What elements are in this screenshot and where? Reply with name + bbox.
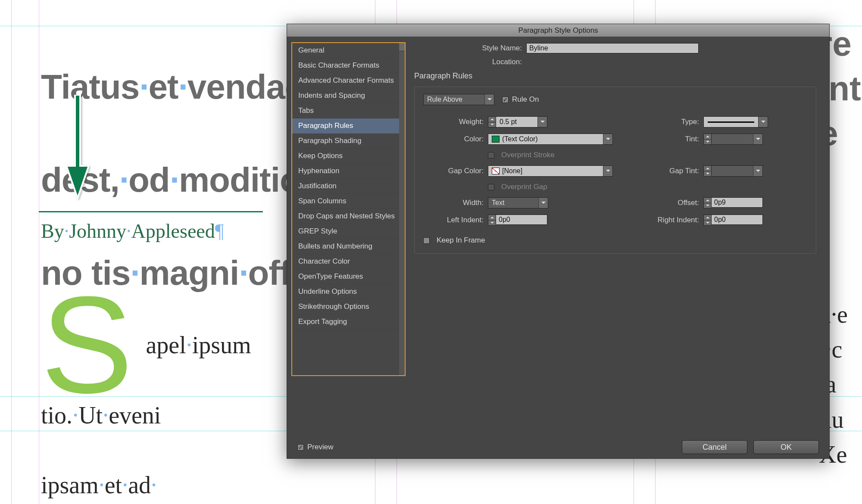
ok-button[interactable]: OK bbox=[753, 440, 819, 454]
gap-color-select[interactable]: [None] bbox=[488, 165, 613, 177]
left-indent-label: Left Indent: bbox=[423, 216, 488, 224]
line-type-swatch bbox=[704, 117, 758, 127]
rule-on-checkbox[interactable]: Rule On bbox=[502, 95, 539, 104]
keep-in-frame-label: Keep In Frame bbox=[437, 236, 485, 245]
rule-on-label: Rule On bbox=[512, 95, 539, 104]
paragraph-rule-above bbox=[39, 211, 263, 212]
offset-label: Offset: bbox=[617, 199, 703, 207]
pilcrow-icon: ¶ bbox=[215, 220, 224, 242]
sidebar-item-character-color[interactable]: Character Color bbox=[292, 254, 405, 269]
gap-tint-value bbox=[712, 166, 753, 176]
style-name-label: Style Name: bbox=[414, 44, 526, 53]
sidebar-item-bullets-and-numbering[interactable]: Bullets and Numbering bbox=[292, 239, 405, 254]
sidebar-item-general[interactable]: General bbox=[292, 43, 405, 58]
body-right-last-line: liqui·o bbox=[655, 467, 718, 504]
width-value: Text bbox=[488, 198, 538, 208]
style-name-input[interactable] bbox=[526, 43, 699, 53]
chevron-down-icon bbox=[538, 198, 548, 208]
byline-content: By·Johnny·Appleseed bbox=[41, 220, 215, 242]
type-label: Type: bbox=[617, 118, 703, 126]
checkbox-icon bbox=[423, 237, 430, 244]
sidebar-item-justification[interactable]: Justification bbox=[292, 179, 405, 194]
color-select[interactable]: (Text Color) bbox=[488, 134, 613, 145]
sidebar-item-paragraph-rules[interactable]: Paragraph Rules bbox=[292, 118, 405, 134]
dialog-footer: Preview Cancel OK bbox=[287, 436, 829, 458]
left-indent-input[interactable] bbox=[496, 215, 547, 225]
gap-tint-label: Gap Tint: bbox=[617, 167, 703, 175]
panel-section-title: Paragraph Rules bbox=[414, 72, 816, 81]
checkbox-icon bbox=[502, 96, 509, 103]
keep-in-frame-checkbox[interactable]: Keep In Frame bbox=[423, 236, 807, 245]
tint-label: Tint: bbox=[617, 135, 703, 143]
gap-color-label: Gap Color: bbox=[423, 167, 488, 175]
sidebar-item-drop-caps-and-nested-styles[interactable]: Drop Caps and Nested Styles bbox=[292, 209, 405, 224]
color-value: (Text Color) bbox=[488, 134, 603, 144]
checkbox-icon bbox=[297, 444, 304, 451]
location-label: Location: bbox=[414, 58, 526, 66]
preview-label: Preview bbox=[307, 443, 333, 451]
chevron-down-icon bbox=[758, 117, 768, 127]
sidebar-item-tabs[interactable]: Tabs bbox=[292, 103, 405, 118]
offset-stepper[interactable] bbox=[703, 197, 711, 208]
gap-color-value: [None] bbox=[488, 166, 603, 176]
chevron-down-icon bbox=[603, 166, 612, 176]
sidebar-item-underline-options[interactable]: Underline Options bbox=[292, 284, 405, 299]
sidebar-item-hyphenation[interactable]: Hyphenation bbox=[292, 164, 405, 179]
chevron-down-icon bbox=[537, 117, 547, 127]
gap-tint-select[interactable] bbox=[711, 165, 763, 177]
overprint-gap-checkbox: Overprint Gap bbox=[488, 183, 617, 191]
chevron-down-icon bbox=[603, 134, 612, 144]
sidebar-item-span-columns[interactable]: Span Columns bbox=[292, 194, 405, 209]
weight-select[interactable]: 0.5 pt bbox=[496, 116, 547, 128]
byline-text[interactable]: By·Johnny·Appleseed¶ bbox=[41, 220, 224, 243]
settings-panel: Style Name: Location: Paragraph Rules Ru… bbox=[406, 37, 829, 436]
sidebar-item-opentype-features[interactable]: OpenType Features bbox=[292, 269, 405, 284]
drop-cap: S bbox=[41, 293, 133, 396]
dialog-title: Paragraph Style Options bbox=[287, 24, 829, 37]
guide-vertical bbox=[11, 0, 12, 504]
weight-value: 0.5 pt bbox=[496, 117, 537, 127]
annotation-arrow-icon bbox=[65, 95, 91, 200]
right-indent-input[interactable] bbox=[711, 215, 763, 225]
tint-stepper[interactable] bbox=[703, 134, 711, 145]
color-swatch-icon bbox=[492, 136, 500, 143]
sidebar-item-strikethrough-options[interactable]: Strikethrough Options bbox=[292, 299, 405, 314]
offset-input[interactable] bbox=[711, 197, 763, 208]
width-select[interactable]: Text bbox=[488, 197, 548, 208]
checkbox-icon bbox=[488, 184, 494, 190]
paragraph-style-options-dialog: Paragraph Style Options GeneralBasic Cha… bbox=[287, 24, 830, 459]
right-indent-stepper[interactable] bbox=[703, 215, 711, 226]
right-indent-label: Right Indent: bbox=[617, 216, 703, 224]
sidebar-item-export-tagging[interactable]: Export Tagging bbox=[292, 314, 405, 330]
none-swatch-icon bbox=[492, 168, 500, 174]
rule-position-select[interactable]: Rule Above bbox=[423, 94, 494, 105]
sidebar-item-grep-style[interactable]: GREP Style bbox=[292, 224, 405, 239]
overprint-stroke-checkbox: Overprint Stroke bbox=[488, 151, 617, 159]
sidebar-scrollbar[interactable] bbox=[399, 43, 405, 375]
weight-stepper[interactable] bbox=[488, 116, 496, 128]
type-select[interactable] bbox=[703, 116, 768, 128]
preview-checkbox[interactable]: Preview bbox=[297, 443, 333, 451]
chevron-down-icon bbox=[484, 94, 494, 105]
paragraph-rules-group: Rule Above Rule On Weight: 0.5 pt bbox=[414, 87, 816, 254]
cancel-button[interactable]: Cancel bbox=[682, 440, 747, 454]
chevron-down-icon bbox=[753, 134, 762, 144]
guide-vertical bbox=[39, 0, 39, 504]
sidebar-item-paragraph-shading[interactable]: Paragraph Shading bbox=[292, 134, 405, 149]
sidebar-item-indents-and-spacing[interactable]: Indents and Spacing bbox=[292, 88, 405, 103]
sidebar-item-basic-character-formats[interactable]: Basic Character Formats bbox=[292, 58, 405, 73]
sidebar-item-keep-options[interactable]: Keep Options bbox=[292, 149, 405, 164]
rule-position-value: Rule Above bbox=[424, 94, 484, 105]
category-sidebar[interactable]: GeneralBasic Character FormatsAdvanced C… bbox=[291, 42, 406, 376]
body-last-line[interactable]: quiatur?·Magnati·onserum·harum·expeligen… bbox=[41, 467, 513, 504]
sidebar-item-advanced-character-formats[interactable]: Advanced Character Formats bbox=[292, 73, 405, 88]
gap-tint-stepper[interactable] bbox=[703, 165, 711, 177]
chevron-down-icon bbox=[753, 166, 762, 176]
color-label: Color: bbox=[423, 135, 488, 143]
tint-select[interactable] bbox=[711, 134, 763, 145]
checkbox-icon bbox=[488, 152, 494, 159]
width-label: Width: bbox=[423, 199, 488, 207]
weight-label: Weight: bbox=[423, 118, 488, 126]
tint-value bbox=[712, 134, 753, 144]
left-indent-stepper[interactable] bbox=[488, 215, 496, 226]
